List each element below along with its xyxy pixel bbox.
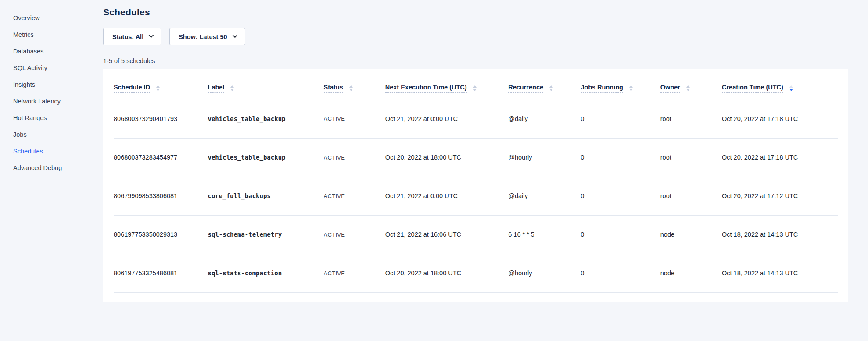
column-label-owner: Owner [660,84,680,93]
show-filter-label: Show: Latest 50 [179,33,227,40]
cell-owner: node [660,254,722,292]
cell-schedule_id[interactable]: 806197753325486081 [114,254,208,292]
cell-recurrence: @hourly [508,254,581,292]
column-label-recurrence: Recurrence [508,84,543,93]
sort-icon[interactable] [629,85,633,91]
cell-label: core_full_backups [208,177,324,215]
schedules-table: Schedule IDLabelStatusNext Execution Tim… [114,73,838,293]
column-label-label: Label [208,84,225,93]
table-body: 806800373290401793vehicles_table_backupA… [114,99,838,292]
sort-down-arrow-icon [549,89,553,91]
sidebar-item-overview[interactable]: Overview [0,10,103,26]
sort-icon[interactable] [230,85,234,91]
cell-recurrence: @hourly [508,138,581,177]
chevron-down-icon [149,33,154,38]
cell-schedule_id[interactable]: 806800373290401793 [114,99,208,138]
cell-jobs_running: 0 [581,138,660,177]
sidebar-item-advanced-debug[interactable]: Advanced Debug [0,160,103,176]
page-title: Schedules [103,7,848,18]
sidebar-item-jobs[interactable]: Jobs [0,126,103,143]
cell-status: ACTIVE [324,215,385,254]
table-row: 806197753325486081sql-stats-compactionAC… [114,254,838,292]
schedules-table-card: Schedule IDLabelStatusNext Execution Tim… [103,69,848,302]
cell-status: ACTIVE [324,138,385,177]
cell-recurrence: 6 16 * * 5 [508,215,581,254]
sort-down-arrow-icon [629,89,633,91]
column-header-jobs_running[interactable]: Jobs Running [581,73,660,96]
cell-label: vehicles_table_backup [208,99,324,138]
sort-icon[interactable] [156,85,160,91]
sort-down-arrow-icon [473,89,477,91]
show-filter-dropdown[interactable]: Show: Latest 50 [169,28,245,45]
column-header-owner[interactable]: Owner [660,73,722,96]
cell-status: ACTIVE [324,254,385,292]
sidebar-item-hot-ranges[interactable]: Hot Ranges [0,110,103,126]
sidebar-item-sql-activity[interactable]: SQL Activity [0,60,103,76]
column-header-next_execution[interactable]: Next Execution Time (UTC) [385,73,509,96]
cell-status: ACTIVE [324,177,385,215]
table-header-row: Schedule IDLabelStatusNext Execution Tim… [114,73,838,96]
chevron-down-icon [232,33,237,38]
table-row: 806800373290401793vehicles_table_backupA… [114,99,838,138]
main-content: Schedules Status: All Show: Latest 50 1-… [103,0,868,341]
sidebar-item-network-latency[interactable]: Network Latency [0,93,103,110]
cell-jobs_running: 0 [581,215,660,254]
sort-up-arrow-icon [230,85,234,88]
sort-icon[interactable] [549,85,553,91]
column-header-status[interactable]: Status [324,73,385,96]
table-row: 806799098533806081core_full_backupsACTIV… [114,177,838,215]
cell-jobs_running: 0 [581,99,660,138]
column-header-recurrence[interactable]: Recurrence [508,73,581,96]
cell-owner: root [660,177,722,215]
cell-next_execution: Oct 21, 2022 at 16:06 UTC [385,215,509,254]
cell-jobs_running: 0 [581,254,660,292]
cell-owner: root [660,99,722,138]
column-label-creation_time: Creation Time (UTC) [722,84,783,93]
cell-recurrence: @daily [508,99,581,138]
table-row: 806197753350029313sql-schema-telemetryAC… [114,215,838,254]
cell-creation_time: Oct 18, 2022 at 14:13 UTC [722,215,838,254]
sort-down-arrow-icon [156,89,160,91]
cell-schedule_id[interactable]: 806799098533806081 [114,177,208,215]
header-divider [114,96,838,99]
cell-creation_time: Oct 20, 2022 at 17:12 UTC [722,177,838,215]
sort-icon[interactable] [473,85,477,91]
column-label-jobs_running: Jobs Running [581,84,623,93]
cell-recurrence: @daily [508,177,581,215]
cell-creation_time: Oct 20, 2022 at 17:18 UTC [722,138,838,177]
sidebar-item-databases[interactable]: Databases [0,43,103,60]
sort-up-arrow-icon [349,85,353,88]
status-filter-dropdown[interactable]: Status: All [103,28,161,45]
column-label-next_execution: Next Execution Time (UTC) [385,84,467,93]
sort-down-arrow-icon [349,89,353,91]
sort-icon[interactable] [349,85,353,91]
cell-label: vehicles_table_backup [208,138,324,177]
table-row: 806800373283454977vehicles_table_backupA… [114,138,838,177]
sidebar-item-metrics[interactable]: Metrics [0,26,103,43]
sidebar-item-insights[interactable]: Insights [0,76,103,93]
sort-down-arrow-icon [789,89,793,91]
cell-schedule_id[interactable]: 806197753350029313 [114,215,208,254]
column-header-label[interactable]: Label [208,73,324,96]
cell-next_execution: Oct 20, 2022 at 18:00 UTC [385,138,509,177]
sort-up-arrow-icon [686,85,690,88]
column-label-status: Status [324,84,343,93]
cell-label: sql-schema-telemetry [208,215,324,254]
column-header-creation_time[interactable]: Creation Time (UTC) [722,73,838,96]
cell-owner: node [660,215,722,254]
sidebar-item-schedules[interactable]: Schedules [0,143,103,160]
sort-up-arrow-icon [789,85,793,88]
sort-up-arrow-icon [629,85,633,88]
sort-down-arrow-icon [230,89,234,91]
column-label-schedule_id: Schedule ID [114,84,150,93]
cell-jobs_running: 0 [581,177,660,215]
cell-schedule_id[interactable]: 806800373283454977 [114,138,208,177]
sidebar-nav: OverviewMetricsDatabasesSQL ActivityInsi… [0,0,103,341]
sort-up-arrow-icon [549,85,553,88]
cell-next_execution: Oct 20, 2022 at 18:00 UTC [385,254,509,292]
results-count: 1-5 of 5 schedules [103,57,848,64]
sort-up-arrow-icon [156,85,160,88]
sort-icon[interactable] [789,85,793,91]
column-header-schedule_id[interactable]: Schedule ID [114,73,208,96]
sort-icon[interactable] [686,85,690,91]
